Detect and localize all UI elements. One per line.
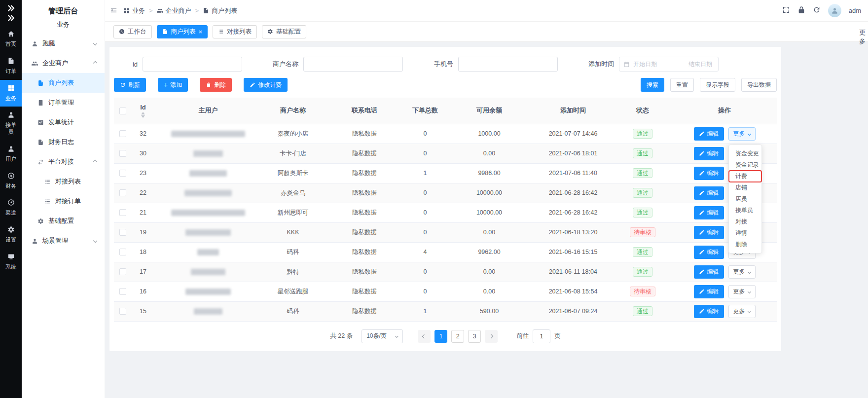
- row-checkbox[interactable]: [119, 249, 126, 255]
- add-button[interactable]: 添加: [158, 78, 188, 92]
- tab-workbench[interactable]: 工作台: [113, 25, 152, 38]
- rail-item-finance[interactable]: 财务: [0, 168, 22, 195]
- dropdown-item[interactable]: 接单员: [729, 205, 761, 216]
- edit-button[interactable]: 编辑: [694, 127, 724, 141]
- edit-button[interactable]: 编辑: [694, 147, 724, 160]
- rail-item-business[interactable]: 业务: [0, 80, 22, 107]
- sidebar-item-errand[interactable]: 跑腿: [22, 34, 105, 53]
- page-button[interactable]: 1: [434, 330, 447, 343]
- row-checkbox[interactable]: [119, 229, 126, 236]
- sidebar-item-finance-log[interactable]: 财务日志: [22, 132, 105, 152]
- rail-item-orders[interactable]: 订单: [0, 53, 22, 80]
- avatar[interactable]: [828, 4, 841, 17]
- row-checkbox[interactable]: [119, 288, 126, 295]
- tab-integration-list[interactable]: 对接列表: [213, 25, 257, 38]
- column-header-id[interactable]: Id: [132, 98, 154, 124]
- show-fields-button[interactable]: 显示字段: [700, 78, 735, 92]
- refresh-icon[interactable]: [813, 6, 821, 15]
- dropdown-item[interactable]: 店员: [729, 193, 761, 205]
- more-button[interactable]: 更多: [728, 285, 756, 298]
- sidebar-item-platform-integration[interactable]: 平台对接: [22, 152, 105, 172]
- phone-filter-input[interactable]: [458, 57, 558, 72]
- tab-basic-config[interactable]: 基础配置: [262, 25, 306, 38]
- sidebar-item-enterprise-merchant[interactable]: 企业商户: [22, 53, 105, 73]
- sidebar-item-scene-management[interactable]: 场景管理: [22, 231, 105, 251]
- table-row[interactable]: 30 卡卡-门店 隐私数据 0 0.00 2021-07-06 18:01 通过…: [114, 144, 777, 163]
- breadcrumb-business[interactable]: 业务: [123, 6, 145, 15]
- table-row[interactable]: 16 星邻送跑腿 隐私数据 0 0.00 2021-06-08 15:54 待审…: [114, 282, 777, 301]
- row-checkbox[interactable]: [119, 150, 126, 157]
- rail-item-users[interactable]: 用户: [0, 141, 22, 168]
- table-row[interactable]: 23 阿超奥斯卡 隐私数据 1 9986.00 2021-07-06 11:40…: [114, 163, 777, 183]
- id-filter-input[interactable]: [143, 57, 242, 72]
- edit-button[interactable]: 编辑: [694, 226, 724, 239]
- delete-button[interactable]: 删除: [200, 78, 232, 92]
- select-all-checkbox[interactable]: [119, 108, 126, 114]
- sidebar-item-integration-list[interactable]: 对接列表: [22, 172, 105, 191]
- sidebar-item-merchant-list[interactable]: 商户列表: [22, 73, 105, 93]
- rail-item-home[interactable]: 首页: [0, 26, 22, 53]
- page-size-select[interactable]: 10条/页: [362, 329, 403, 343]
- table-row[interactable]: 21 新州思即可 隐私数据 0 10000.00 2021-06-28 16:4…: [114, 203, 777, 222]
- rail-item-system[interactable]: 系统: [0, 249, 22, 276]
- row-checkbox[interactable]: [119, 268, 126, 275]
- reset-button[interactable]: 重置: [670, 78, 694, 92]
- more-button[interactable]: 更多: [728, 127, 756, 141]
- rail-item-channel[interactable]: 渠道: [0, 194, 22, 221]
- merchant-name-filter-input[interactable]: [303, 57, 403, 72]
- edit-button[interactable]: 编辑: [694, 167, 724, 180]
- username[interactable]: adm: [849, 7, 861, 14]
- sidebar-item-order-management[interactable]: 订单管理: [22, 93, 105, 112]
- edit-button[interactable]: 编辑: [694, 206, 724, 219]
- table-row[interactable]: 32 秦夜的小店 隐私数据 0 1000.00 2021-07-07 14:46…: [114, 124, 777, 144]
- dropdown-item[interactable]: 店铺: [729, 182, 761, 193]
- prev-page-button[interactable]: [418, 330, 431, 343]
- dropdown-item[interactable]: 详情: [729, 227, 761, 239]
- rail-item-courier[interactable]: 接单员: [0, 107, 22, 141]
- page-button[interactable]: 3: [468, 330, 481, 343]
- sidebar-item-dispatch-stats[interactable]: 发单统计: [22, 112, 105, 132]
- dropdown-item[interactable]: 资金记录: [729, 159, 761, 171]
- row-checkbox[interactable]: [119, 130, 126, 137]
- table-row[interactable]: 22 赤炎金乌 隐私数据 0 10000.00 2021-06-28 16:42…: [114, 183, 777, 203]
- breadcrumb-enterprise-merchant[interactable]: 企业商户: [157, 6, 191, 15]
- more-button[interactable]: 更多: [728, 305, 756, 318]
- edit-button[interactable]: 编辑: [694, 265, 724, 279]
- dropdown-item[interactable]: 资金变更: [729, 148, 761, 159]
- sidebar-item-integration-orders[interactable]: 对接订单: [22, 191, 105, 211]
- date-range-picker[interactable]: 开始日期 结束日期: [619, 57, 719, 72]
- sidebar-item-basic-config[interactable]: 基础配置: [22, 211, 105, 231]
- more-button[interactable]: 更多: [728, 265, 756, 279]
- breadcrumb-merchant-list[interactable]: 商户列表: [203, 6, 237, 15]
- fullscreen-icon[interactable]: [782, 6, 790, 15]
- sort-icon[interactable]: [141, 112, 145, 118]
- next-page-button[interactable]: [485, 330, 498, 343]
- refresh-button[interactable]: 刷新: [114, 78, 146, 92]
- row-checkbox[interactable]: [119, 170, 126, 177]
- table-row[interactable]: 18 码科 隐私数据 4 9962.00 2021-06-16 15:15 通过…: [114, 242, 777, 262]
- edit-button[interactable]: 编辑: [694, 246, 724, 259]
- tab-merchant-list[interactable]: 商户列表: [157, 25, 208, 38]
- edit-button[interactable]: 编辑: [694, 305, 724, 318]
- edit-button[interactable]: 编辑: [694, 285, 724, 298]
- collapse-sidebar-icon[interactable]: [110, 6, 117, 15]
- close-icon[interactable]: [199, 29, 203, 35]
- search-button[interactable]: 搜索: [641, 78, 664, 92]
- dropdown-item[interactable]: 删除: [729, 239, 761, 250]
- dropdown-item[interactable]: 对接: [729, 216, 761, 227]
- goto-page-input[interactable]: [533, 329, 550, 343]
- edit-button[interactable]: 编辑: [694, 186, 724, 200]
- row-checkbox[interactable]: [119, 209, 126, 216]
- rail-item-settings[interactable]: 设置: [0, 221, 22, 249]
- modify-billing-button[interactable]: 修改计费: [244, 78, 288, 92]
- table-row[interactable]: 17 黔特 隐私数据 0 0.00 2021-06-11 18:04 通过 编辑…: [114, 262, 777, 282]
- tabs-more-button[interactable]: 更多: [859, 28, 868, 46]
- dropdown-item[interactable]: 计费: [729, 171, 761, 182]
- lock-icon[interactable]: [797, 6, 805, 15]
- export-data-button[interactable]: 导出数据: [741, 78, 777, 92]
- row-checkbox[interactable]: [119, 189, 126, 196]
- table-row[interactable]: 15 码科 隐私数据 1 590.00 2021-06-07 09:24 通过 …: [114, 301, 777, 321]
- table-row[interactable]: 19 KKK 隐私数据 0 0.00 2021-06-18 13:20 待审核 …: [114, 222, 777, 242]
- row-checkbox[interactable]: [119, 308, 126, 315]
- page-button[interactable]: 2: [451, 330, 464, 343]
